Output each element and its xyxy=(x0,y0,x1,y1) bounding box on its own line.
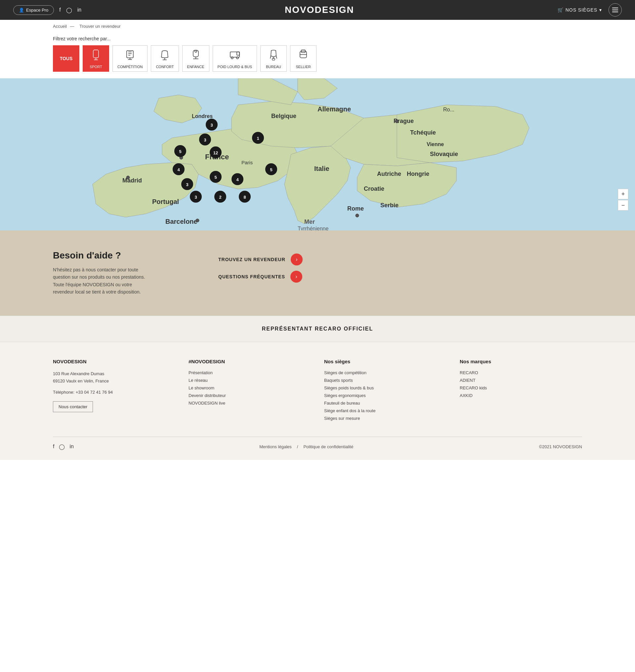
svg-text:Ro...: Ro... xyxy=(443,107,455,112)
footer-grid: NOVODESIGN 103 Rue Alexandre Dumas 69120… xyxy=(53,359,582,423)
zoom-in-button[interactable]: + xyxy=(618,189,628,199)
footer-link-recaro-kids[interactable]: RECARO kids xyxy=(460,385,582,390)
svg-text:8: 8 xyxy=(243,195,246,200)
footer-social: f ◯ in xyxy=(53,444,74,450)
footer-marques-title: Nos marques xyxy=(460,359,582,364)
footer: NOVODESIGN 103 Rue Alexandre Dumas 69120… xyxy=(0,342,635,460)
hamburger-line-1 xyxy=(612,7,618,8)
svg-text:Madrid: Madrid xyxy=(123,177,142,184)
svg-text:Tchéquie: Tchéquie xyxy=(410,129,436,136)
linkedin-icon[interactable]: in xyxy=(78,7,81,13)
footer-link-mesure[interactable]: Sièges sur mesure xyxy=(324,416,446,421)
footer-link-adient[interactable]: ADIENT xyxy=(460,378,582,383)
confort-icon xyxy=(159,49,171,63)
poid-lourd-label: POID LOURD & BUS xyxy=(218,65,253,69)
hamburger-button[interactable] xyxy=(609,3,622,17)
footer-copyright: ©2021 NOVODESIGN xyxy=(539,444,582,449)
breadcrumb: Accueil — Trouver un revendeur xyxy=(0,20,635,33)
competition-label: COMPÉTITION xyxy=(117,65,143,69)
footer-novodesign-title: #NOVODESIGN xyxy=(189,359,311,364)
footer-link-poids-lourds[interactable]: Sièges poids lourds & bus xyxy=(324,385,446,390)
filter-label: Filtrez votre recherche par... xyxy=(53,36,582,41)
breadcrumb-sep: — xyxy=(70,24,74,29)
svg-text:Paris: Paris xyxy=(241,160,253,165)
svg-text:3: 3 xyxy=(186,182,188,187)
poid-lourd-icon xyxy=(229,49,241,63)
footer-link-ergonomiques[interactable]: Sièges ergonomiques xyxy=(324,393,446,398)
svg-text:5: 5 xyxy=(270,167,272,172)
chevron-down-icon: ▾ xyxy=(599,7,602,13)
footer-company-col: NOVODESIGN 103 Rue Alexandre Dumas 69120… xyxy=(53,359,175,423)
filter-confort[interactable]: CONFORT xyxy=(151,45,179,72)
footer-link-presentation[interactable]: Présentation xyxy=(189,370,311,375)
footer-instagram-icon[interactable]: ◯ xyxy=(59,444,65,450)
svg-text:Belgique: Belgique xyxy=(271,113,296,119)
footer-linkedin-icon[interactable]: in xyxy=(69,444,73,450)
recaro-label: REPRÉSENTANT RECARO OFFICIEL xyxy=(262,326,373,332)
instagram-icon[interactable]: ◯ xyxy=(66,7,72,13)
privacy-link[interactable]: Politique de confidentialité xyxy=(303,444,353,449)
map-section: Portugal Madrid France Belgique Allemagn… xyxy=(0,79,635,230)
filter-sellier[interactable]: SELLIER xyxy=(290,45,316,72)
filter-sport[interactable]: SPORT xyxy=(83,45,109,72)
filter-tous[interactable]: TOUS xyxy=(53,45,79,72)
footer-link-competition[interactable]: Sièges de compétition xyxy=(324,370,446,375)
breadcrumb-current: Trouver un revendeur xyxy=(79,24,121,29)
svg-text:12: 12 xyxy=(213,150,218,155)
faq-arrow[interactable]: › xyxy=(290,271,302,283)
site-logo: NOVODESIGN xyxy=(285,5,354,15)
recaro-band: REPRÉSENTANT RECARO OFFICIEL xyxy=(0,316,635,342)
bureau-icon xyxy=(267,49,280,63)
footer-phone: Téléphone: +33 04 72 41 76 94 xyxy=(53,389,175,396)
svg-text:Italie: Italie xyxy=(314,165,329,172)
help-paragraph: N'hésitez pas à nous contacter pour tout… xyxy=(53,266,152,296)
filter-enfance[interactable]: ENFANCE xyxy=(182,45,209,72)
svg-text:1: 1 xyxy=(257,136,259,141)
nos-sieges-button[interactable]: 🛒 NOS SIÈGES ▾ xyxy=(557,7,602,13)
espace-pro-button[interactable]: 👤 Espace Pro xyxy=(13,5,54,15)
footer-link-baquets[interactable]: Baquets sports xyxy=(324,378,446,383)
mentions-legales-link[interactable]: Mentions légales xyxy=(259,444,292,449)
legal-sep: / xyxy=(297,444,298,449)
filter-poid-lourd[interactable]: POID LOURD & BUS xyxy=(213,45,257,72)
filter-competition[interactable]: COMPÉTITION xyxy=(112,45,148,72)
footer-link-reseau[interactable]: Le réseau xyxy=(189,378,311,383)
footer-facebook-icon[interactable]: f xyxy=(53,444,54,450)
svg-text:Vienne: Vienne xyxy=(426,141,444,147)
footer-link-live[interactable]: NOVODESIGN live xyxy=(189,401,311,406)
filter-section: Filtrez votre recherche par... TOUS SPOR… xyxy=(0,33,635,79)
footer-address1: 103 Rue Alexandre Dumas xyxy=(53,370,175,378)
nous-contacter-button[interactable]: Nous contacter xyxy=(53,401,93,412)
filter-bureau[interactable]: BUREAU xyxy=(260,45,287,72)
svg-point-45 xyxy=(196,219,199,222)
help-text: Besoin d'aide ? N'hésitez pas à nous con… xyxy=(53,250,152,296)
header-right: 🛒 NOS SIÈGES ▾ xyxy=(557,3,622,17)
breadcrumb-home[interactable]: Accueil xyxy=(53,24,67,29)
svg-text:4: 4 xyxy=(236,177,239,182)
zoom-out-button[interactable]: − xyxy=(618,200,628,210)
footer-link-fauteuil[interactable]: Fauteuil de bureau xyxy=(324,401,446,406)
footer-link-showroom[interactable]: Le showroom xyxy=(189,385,311,390)
footer-company-name: NOVODESIGN xyxy=(53,359,175,364)
header: 👤 Espace Pro f ◯ in NOVODESIGN 🛒 NOS SIÈ… xyxy=(0,0,635,20)
footer-link-enfant[interactable]: Siège enfant dos à la route xyxy=(324,408,446,413)
svg-point-44 xyxy=(126,176,130,179)
find-reseller-label: TROUVEZ UN REVENDEUR xyxy=(218,257,285,262)
faq-row[interactable]: QUESTIONS FRÉQUENTES › xyxy=(218,271,303,283)
find-reseller-row[interactable]: TROUVEZ UN REVENDEUR › xyxy=(218,253,303,265)
footer-link-recaro[interactable]: RECARO xyxy=(460,370,582,375)
header-left: 👤 Espace Pro f ◯ in xyxy=(13,5,81,15)
faq-label: QUESTIONS FRÉQUENTES xyxy=(218,274,285,279)
footer-sieges-title: Nos sièges xyxy=(324,359,446,364)
facebook-icon[interactable]: f xyxy=(59,7,61,13)
footer-link-axkid[interactable]: AXKID xyxy=(460,393,582,398)
footer-link-distributeur[interactable]: Devenir distributeur xyxy=(189,393,311,398)
enfance-icon xyxy=(190,49,202,63)
svg-text:Hongrie: Hongrie xyxy=(407,171,429,177)
enfance-label: ENFANCE xyxy=(187,65,204,69)
help-title: Besoin d'aide ? xyxy=(53,250,152,261)
find-reseller-arrow[interactable]: › xyxy=(291,253,303,265)
bureau-label: BUREAU xyxy=(266,65,281,69)
footer-address2: 69120 Vaulx en Velin, France xyxy=(53,378,175,385)
svg-rect-0 xyxy=(93,50,98,58)
